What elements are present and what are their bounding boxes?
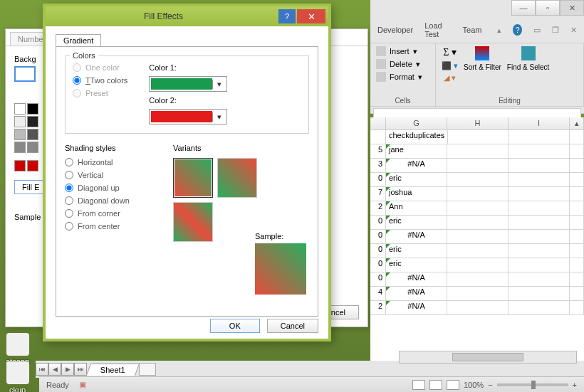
- window-close-icon[interactable]: ✕: [570, 26, 577, 35]
- color-swatch[interactable]: [14, 160, 26, 171]
- cell[interactable]: [509, 258, 570, 272]
- bg-color-swatch[interactable]: [14, 66, 36, 82]
- error-indicator-icon[interactable]: [386, 159, 390, 163]
- error-indicator-icon[interactable]: [386, 173, 390, 177]
- cell[interactable]: [447, 244, 509, 258]
- cell[interactable]: #N/A: [386, 301, 447, 314]
- cell[interactable]: 4: [370, 287, 386, 300]
- cancel-button[interactable]: Cancel: [267, 319, 318, 333]
- cell[interactable]: [370, 130, 386, 144]
- maximize-button[interactable]: ▫: [536, 0, 560, 16]
- cell[interactable]: [447, 201, 509, 215]
- chevron-up-icon[interactable]: ▴: [497, 26, 501, 35]
- error-indicator-icon[interactable]: [386, 144, 390, 149]
- cell[interactable]: joshua: [386, 187, 447, 201]
- cell[interactable]: [447, 287, 509, 300]
- ok-button[interactable]: OK: [210, 319, 260, 333]
- radio-two-colors[interactable]: TTwo colors: [73, 76, 127, 85]
- ribbon-format[interactable]: Format ▾: [376, 72, 429, 82]
- ribbon-tab-developer[interactable]: Developer: [377, 26, 413, 34]
- window-restore-icon[interactable]: ❐: [552, 26, 559, 35]
- cell[interactable]: [509, 272, 570, 286]
- cell[interactable]: eric: [386, 173, 447, 186]
- zoom-slider[interactable]: [497, 383, 568, 386]
- cell[interactable]: checkduplicates: [386, 130, 448, 144]
- sheet-nav-prev[interactable]: ◀: [48, 363, 61, 376]
- cell[interactable]: #N/A: [386, 159, 447, 172]
- cell[interactable]: 2: [370, 301, 386, 314]
- cell[interactable]: [509, 187, 570, 201]
- col-header-h[interactable]: H: [447, 117, 509, 129]
- close-button[interactable]: ✕: [560, 0, 584, 16]
- error-indicator-icon[interactable]: [386, 287, 390, 291]
- find-select-button[interactable]: Find & Select: [507, 46, 549, 71]
- cell[interactable]: [509, 173, 570, 186]
- cell[interactable]: [509, 230, 570, 243]
- horizontal-scrollbar[interactable]: [399, 351, 577, 364]
- sheet-tab[interactable]: Sheet1: [86, 364, 140, 376]
- cell[interactable]: 2: [370, 201, 386, 215]
- color2-dropdown[interactable]: ▾: [149, 109, 227, 125]
- cell[interactable]: 0: [370, 244, 386, 258]
- radio-diagonal-down[interactable]: Diagonal down: [65, 196, 157, 205]
- zoom-in-button[interactable]: +: [573, 381, 577, 389]
- cell[interactable]: [509, 159, 570, 172]
- error-indicator-icon[interactable]: [386, 244, 390, 248]
- fill-icon[interactable]: ⬛ ▾: [442, 61, 458, 70]
- error-indicator-icon[interactable]: [386, 258, 390, 263]
- col-header-i[interactable]: I: [509, 117, 570, 129]
- cell[interactable]: [448, 130, 509, 144]
- cell[interactable]: [509, 201, 570, 215]
- cell[interactable]: 0: [370, 272, 386, 286]
- sort-filter-button[interactable]: Sort & Filter: [464, 46, 501, 71]
- cell[interactable]: 0: [370, 258, 386, 272]
- color-swatch[interactable]: [27, 129, 38, 140]
- cell[interactable]: [447, 230, 509, 243]
- error-indicator-icon[interactable]: [386, 301, 390, 305]
- cell[interactable]: 0: [370, 216, 386, 229]
- view-break[interactable]: [447, 380, 459, 390]
- cell[interactable]: [447, 301, 509, 314]
- variant-1[interactable]: [173, 158, 213, 198]
- cell[interactable]: [509, 287, 570, 300]
- autosum-icon[interactable]: Σ ▾: [443, 46, 457, 58]
- ribbon-tab-team[interactable]: Team: [463, 26, 482, 34]
- view-layout[interactable]: [429, 380, 442, 390]
- cell[interactable]: [447, 173, 509, 186]
- error-indicator-icon[interactable]: [386, 230, 390, 234]
- clear-icon[interactable]: ◢ ▾: [444, 73, 456, 83]
- sheet-nav-next[interactable]: ▶: [61, 363, 74, 376]
- error-indicator-icon[interactable]: [386, 272, 390, 277]
- radio-from-center[interactable]: From center: [65, 222, 157, 231]
- color-swatch[interactable]: [27, 116, 38, 127]
- cell[interactable]: 3: [370, 159, 386, 172]
- variant-2[interactable]: [217, 158, 257, 198]
- cell[interactable]: eric: [386, 258, 447, 272]
- cell[interactable]: [447, 272, 509, 286]
- cell[interactable]: [509, 301, 570, 314]
- scrollbar-thumb[interactable]: [452, 353, 523, 361]
- cell[interactable]: 5: [370, 144, 386, 158]
- variant-3[interactable]: [173, 202, 213, 242]
- cell[interactable]: eric: [386, 216, 447, 229]
- cell[interactable]: [447, 187, 509, 201]
- cell[interactable]: [509, 216, 570, 229]
- cell[interactable]: [509, 144, 570, 158]
- cell[interactable]: [509, 244, 570, 258]
- cell[interactable]: #N/A: [386, 230, 447, 243]
- cell[interactable]: eric: [386, 244, 447, 258]
- dialog-title-bar[interactable]: Fill Effects ? ✕: [46, 6, 328, 26]
- color-swatch[interactable]: [14, 103, 26, 115]
- cell[interactable]: [447, 216, 509, 229]
- help-button[interactable]: ?: [278, 9, 296, 23]
- macro-record-icon[interactable]: ▣: [79, 380, 86, 389]
- radio-from-corner[interactable]: From corner: [65, 209, 157, 218]
- col-header-g[interactable]: G: [386, 117, 447, 129]
- color-swatch[interactable]: [27, 160, 38, 171]
- ribbon-tab-loadtest[interactable]: Load Test: [424, 21, 451, 38]
- cell[interactable]: [447, 258, 509, 272]
- cell[interactable]: [447, 159, 509, 172]
- color-swatch[interactable]: [14, 142, 26, 153]
- window-min-icon[interactable]: ▭: [533, 26, 541, 35]
- error-indicator-icon[interactable]: [386, 187, 390, 191]
